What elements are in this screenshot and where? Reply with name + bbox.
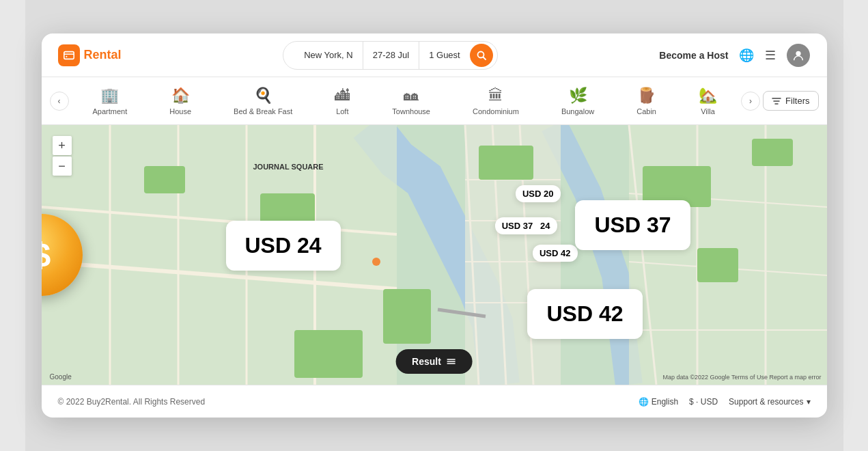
- category-apartment[interactable]: 🏢 Apartment: [87, 84, 133, 118]
- map-attribution: Map data ©2022 Google Terms of Use Repor…: [662, 374, 821, 381]
- bungalow-icon: 🌿: [569, 87, 587, 105]
- svg-point-1: [66, 55, 67, 57]
- svg-rect-29: [479, 146, 533, 180]
- category-house[interactable]: 🏠 House: [164, 84, 197, 118]
- globe-icon[interactable]: 🌐: [739, 48, 754, 63]
- search-button[interactable]: [470, 44, 493, 67]
- category-townhouse[interactable]: 🏘 Townhouse: [387, 84, 436, 118]
- price-value: USD 42: [546, 301, 623, 326]
- result-label: Result: [412, 356, 441, 367]
- loft-icon: 🏙: [335, 87, 350, 105]
- category-label: Townhouse: [392, 107, 430, 115]
- price-marker-usd37-small[interactable]: USD 37 24: [495, 217, 557, 234]
- logo[interactable]: Rental: [58, 44, 122, 66]
- avatar[interactable]: [787, 44, 810, 67]
- zoom-in-button[interactable]: +: [53, 136, 72, 155]
- currency-label: $ · USD: [689, 397, 718, 407]
- price-marker-usd37[interactable]: USD 37: [575, 200, 690, 250]
- price-marker-usd42[interactable]: USD 42: [527, 289, 642, 339]
- house-icon: 🏠: [171, 87, 190, 105]
- logo-icon: [58, 44, 80, 66]
- svg-rect-31: [752, 139, 793, 166]
- copyright-text: © 2022 Buy2Rental. All Rights Reserved: [58, 397, 206, 407]
- globe-icon-footer: 🌐: [639, 397, 649, 407]
- map-background: JOURNAL SQUARE USD 20 USD 37 24 USD 42 U…: [42, 125, 827, 385]
- chevron-down-icon: ▾: [807, 397, 811, 407]
- svg-rect-34: [383, 289, 431, 344]
- language-selector[interactable]: 🌐 English: [639, 397, 678, 407]
- become-host-link[interactable]: Become a Host: [659, 50, 728, 61]
- svg-rect-27: [144, 166, 185, 193]
- filters-button[interactable]: Filters: [763, 91, 818, 111]
- search-bar[interactable]: New York, N 27-28 Jul 1 Guest: [283, 41, 498, 70]
- category-label: Apartment: [93, 107, 128, 115]
- result-button[interactable]: Result: [395, 349, 473, 374]
- category-bungalow[interactable]: 🌿 Bungalow: [556, 84, 600, 118]
- price-value: USD 37: [594, 213, 671, 237]
- category-bnb[interactable]: 🍳 Bed & Break Fast: [228, 84, 298, 118]
- townhouse-icon: 🏘: [404, 87, 419, 105]
- price-marker-usd20[interactable]: USD 20: [516, 185, 561, 202]
- category-label: House: [169, 107, 191, 115]
- category-condo[interactable]: 🏛 Condominium: [467, 84, 524, 118]
- price-marker-usd24[interactable]: USD 24: [226, 221, 341, 271]
- cat-prev-button[interactable]: ‹: [50, 92, 69, 111]
- category-label: Condominium: [473, 107, 519, 115]
- category-cabin[interactable]: 🪵 Cabin: [631, 84, 662, 118]
- logo-text: Rental: [84, 48, 122, 62]
- category-label: Cabin: [636, 107, 656, 115]
- category-loft[interactable]: 🏙 Loft: [329, 84, 355, 118]
- map-controls: + −: [53, 136, 72, 176]
- footer: © 2022 Buy2Rental. All Rights Reserved 🌐…: [42, 385, 827, 418]
- footer-right: 🌐 English $ · USD Support & resources ▾: [639, 397, 811, 407]
- categories-list: 🏢 Apartment 🏠 House 🍳 Bed & Break Fast 🏙…: [72, 84, 739, 118]
- support-link[interactable]: Support & resources ▾: [729, 397, 810, 407]
- google-attribution: Google: [50, 373, 72, 381]
- svg-rect-32: [697, 248, 738, 282]
- location-input[interactable]: New York, N: [294, 42, 363, 69]
- svg-rect-33: [294, 330, 363, 378]
- svg-point-3: [796, 51, 801, 55]
- menu-icon[interactable]: ☰: [765, 48, 776, 63]
- category-bar: ‹ 🏢 Apartment 🏠 House 🍳 Bed & Break Fast…: [42, 77, 827, 125]
- map-container[interactable]: JOURNAL SQUARE USD 20 USD 37 24 USD 42 U…: [42, 125, 827, 385]
- apartment-icon: 🏢: [100, 87, 119, 105]
- header-right: Become a Host 🌐 ☰: [659, 44, 810, 67]
- condo-icon: 🏛: [488, 87, 503, 105]
- support-label: Support & resources: [729, 397, 803, 407]
- bnb-icon: 🍳: [254, 87, 272, 105]
- svg-rect-0: [64, 51, 73, 59]
- filters-label: Filters: [785, 96, 809, 106]
- cat-next-button[interactable]: ›: [741, 92, 760, 111]
- villa-icon: 🏡: [699, 87, 717, 105]
- header: Rental New York, N 27-28 Jul 1 Guest Bec…: [42, 33, 827, 77]
- svg-point-37: [372, 258, 380, 266]
- category-label: Bungalow: [561, 107, 594, 115]
- category-label: Villa: [701, 107, 715, 115]
- category-label: Bed & Break Fast: [234, 107, 292, 115]
- price-value: USD 24: [245, 233, 322, 258]
- currency-selector[interactable]: $ · USD: [689, 397, 718, 407]
- zoom-out-button[interactable]: −: [53, 156, 72, 176]
- browser-window: Rental New York, N 27-28 Jul 1 Guest Bec…: [42, 33, 827, 418]
- cabin-icon: 🪵: [637, 87, 656, 105]
- category-label: Loft: [336, 107, 348, 115]
- guests-input[interactable]: 1 Guest: [419, 42, 470, 69]
- language-label: English: [652, 397, 678, 407]
- dates-input[interactable]: 27-28 Jul: [363, 42, 419, 69]
- price-marker-usd42-small[interactable]: USD 42: [533, 245, 578, 262]
- category-villa[interactable]: 🏡 Villa: [693, 84, 723, 118]
